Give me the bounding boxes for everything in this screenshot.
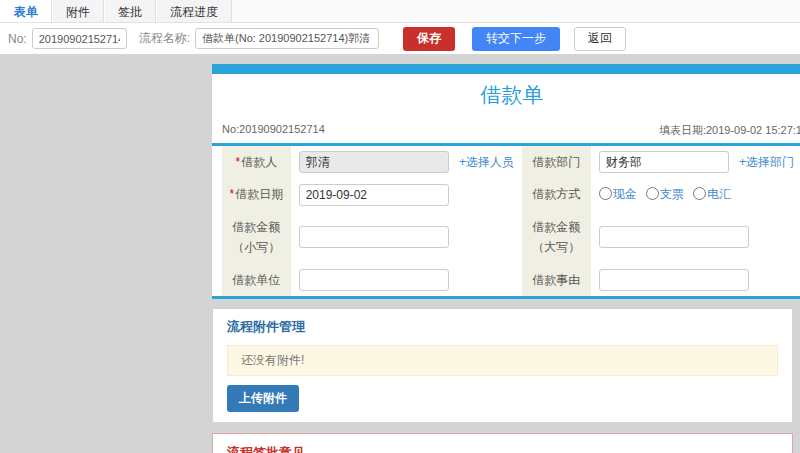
- select-person-link[interactable]: +选择人员: [459, 155, 514, 169]
- table-row: 借款金额（小写） 借款金额（大写）: [222, 211, 800, 264]
- approval-section: 流程签批意见 B I abc: [212, 433, 793, 453]
- method-wire-label: 电汇: [707, 187, 731, 201]
- amount-lower-input[interactable]: [299, 226, 449, 248]
- method-wire-option[interactable]: 电汇: [693, 187, 731, 201]
- form-table: *借款人 +选择人员 借款部门 +选择部门: [222, 146, 800, 296]
- method-cheque-label: 支票: [660, 187, 684, 201]
- borrower-input[interactable]: [299, 151, 449, 173]
- method-cash-option[interactable]: 现金: [599, 187, 637, 201]
- no-input[interactable]: [32, 28, 127, 49]
- method-cheque-radio[interactable]: [646, 187, 659, 200]
- borrower-label: *借款人: [222, 146, 291, 178]
- page-title: 借款单: [212, 74, 800, 120]
- method-cash-label: 现金: [613, 187, 637, 201]
- panel-top-accent-bar: [212, 64, 800, 74]
- table-row: 借款单位 借款事由: [222, 264, 800, 296]
- borrow-date-input[interactable]: [299, 184, 449, 206]
- no-label: No:: [8, 32, 27, 46]
- borrow-method-radio-group: 现金 支票 电汇: [599, 187, 738, 201]
- amount-upper-input[interactable]: [599, 226, 749, 248]
- table-row: *借款人 +选择人员 借款部门 +选择部门: [222, 146, 800, 178]
- process-name-label: 流程名称:: [139, 30, 190, 47]
- next-step-button[interactable]: 转交下一步: [472, 27, 560, 51]
- borrow-reason-label: 借款事由: [522, 264, 591, 296]
- method-cheque-option[interactable]: 支票: [646, 187, 684, 201]
- upload-attachment-button[interactable]: 上传附件: [227, 385, 299, 412]
- attachment-section-title: 流程附件管理: [227, 318, 778, 336]
- workspace: 借款单 No:20190902152714 填表日期:2019-09-02 15…: [0, 54, 800, 453]
- fill-date: 填表日期:2019-09-02 15:27:1: [659, 123, 800, 138]
- borrow-date-label: *借款日期: [222, 178, 291, 210]
- amount-lower-label: 借款金额（小写）: [222, 211, 291, 264]
- table-row: *借款日期 借款方式 现金 支票 电汇: [222, 178, 800, 210]
- borrower-label-text: 借款人: [241, 155, 277, 169]
- doc-meta-row: No:20190902152714 填表日期:2019-09-02 15:27:…: [212, 120, 800, 146]
- borrow-unit-label: 借款单位: [222, 264, 291, 296]
- tab-approval[interactable]: 签批: [104, 0, 156, 22]
- attachment-section: 流程附件管理 还没有附件! 上传附件: [212, 308, 793, 423]
- doc-number: No:20190902152714: [222, 123, 325, 138]
- tab-form[interactable]: 表单: [0, 0, 52, 22]
- method-wire-radio[interactable]: [693, 187, 706, 200]
- borrow-method-label: 借款方式: [522, 178, 591, 210]
- form-table-wrap: *借款人 +选择人员 借款部门 +选择部门: [212, 146, 800, 296]
- amount-upper-label: 借款金额（大写）: [522, 211, 591, 264]
- approval-section-title: 流程签批意见: [227, 444, 778, 453]
- loan-form-panel: 借款单 No:20190902152714 填表日期:2019-09-02 15…: [212, 64, 800, 453]
- action-bar: No: 流程名称: 保存 转交下一步 返回: [0, 23, 800, 54]
- borrow-reason-input[interactable]: [599, 269, 749, 291]
- process-name-input[interactable]: [195, 28, 379, 49]
- tab-process-progress[interactable]: 流程进度: [156, 0, 232, 22]
- select-department-link[interactable]: +选择部门: [739, 155, 794, 169]
- no-attachment-alert: 还没有附件!: [227, 345, 778, 376]
- method-cash-radio[interactable]: [599, 187, 612, 200]
- loan-form-card: 借款单 No:20190902152714 填表日期:2019-09-02 15…: [212, 74, 800, 299]
- save-button[interactable]: 保存: [403, 27, 455, 51]
- back-button[interactable]: 返回: [574, 27, 626, 51]
- form-tab-bar: 表单 附件 签批 流程进度: [0, 0, 800, 23]
- tab-attachments[interactable]: 附件: [52, 0, 104, 22]
- department-input[interactable]: [599, 151, 729, 173]
- required-mark: *: [229, 187, 234, 201]
- required-mark: *: [235, 155, 240, 169]
- borrow-unit-input[interactable]: [299, 269, 449, 291]
- department-label: 借款部门: [522, 146, 591, 178]
- borrow-date-label-text: 借款日期: [235, 187, 283, 201]
